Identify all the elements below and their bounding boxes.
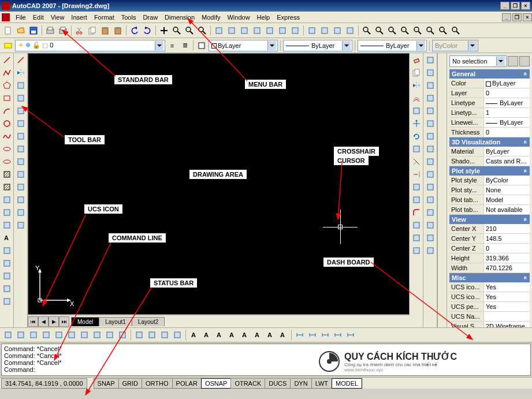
mod-mirror-button[interactable] [411, 80, 422, 91]
mod-generic-button[interactable] [411, 245, 422, 256]
mod2-generic-button[interactable] [425, 194, 436, 206]
command-line[interactable]: Command: *Cancel*Command: *Cancel*Comman… [1, 344, 531, 376]
menu-express[interactable]: Express [273, 13, 303, 22]
btm-text-button[interactable]: A [188, 329, 200, 341]
btm-dim-button[interactable] [307, 329, 318, 341]
draw-hatch-button[interactable] [1, 181, 13, 193]
lineweight-dropdown[interactable]: ByLayer [358, 40, 427, 51]
menu-help[interactable]: Help [254, 13, 274, 22]
status-dyn[interactable]: DYN [290, 378, 311, 389]
btm-text-button[interactable]: A [239, 329, 251, 341]
draw2-generic-button[interactable] [15, 130, 27, 142]
std-zoom-button[interactable] [412, 25, 423, 36]
status-ducs[interactable]: DUCS [265, 378, 291, 389]
props-row[interactable]: UCS ico...Yes [449, 292, 530, 302]
restore-button[interactable]: ❐ [511, 2, 520, 10]
mod2-generic-button[interactable] [425, 80, 436, 91]
std-undo-button[interactable] [129, 25, 140, 36]
draw2-generic-button[interactable] [15, 80, 27, 91]
status-otrack[interactable]: OTRACK [230, 378, 265, 389]
draw2-mirror-button[interactable] [15, 67, 27, 79]
status-snap[interactable]: SNAP [94, 378, 119, 389]
props-row[interactable]: Linetyp...1 [449, 108, 530, 118]
mod2-generic-button[interactable] [425, 156, 436, 167]
status-grid[interactable]: GRID [118, 378, 143, 389]
props-row[interactable]: Layer0 [449, 88, 530, 98]
draw-hatch-button[interactable] [1, 169, 13, 180]
mod-generic-button[interactable] [411, 194, 422, 206]
draw2-generic-button[interactable] [15, 207, 27, 218]
btm-generic-button[interactable] [133, 329, 145, 341]
status-osnap[interactable]: OSNAP [201, 378, 232, 389]
std-generic-button[interactable] [277, 25, 288, 36]
std-zoom-button[interactable] [361, 25, 373, 36]
std-copy-button[interactable] [87, 25, 98, 36]
std-zoom-button[interactable] [196, 25, 208, 36]
std-open-button[interactable] [15, 25, 27, 36]
mod-extend-button[interactable] [411, 169, 422, 180]
btm-generic-button[interactable] [66, 329, 77, 341]
props-row[interactable]: Plot sty...None [449, 185, 530, 195]
color-dropdown[interactable]: ByLayer [209, 40, 278, 51]
menu-modify[interactable]: Modify [198, 13, 224, 22]
props-row[interactable]: Center Y148.5 [449, 234, 530, 244]
props-row[interactable]: Visual S...2D Wireframe [449, 322, 530, 327]
props-section-misc[interactable]: Misc [449, 273, 530, 282]
mod-generic-button[interactable] [411, 219, 422, 231]
minimize-button[interactable]: _ [500, 2, 509, 10]
std-generic-button[interactable] [306, 25, 318, 36]
draw-ellipse-button[interactable] [1, 143, 13, 155]
draw-arc-button[interactable] [1, 105, 13, 117]
menu-draw[interactable]: Draw [139, 13, 161, 22]
btm-generic-button[interactable] [117, 329, 128, 341]
mod2-generic-button[interactable] [425, 54, 436, 66]
std-generic-button[interactable] [332, 25, 343, 36]
std-cut-button[interactable] [74, 25, 85, 36]
draw-pline-button[interactable] [1, 67, 13, 79]
mod2-generic-button[interactable] [425, 245, 436, 256]
layer-dropdown[interactable]: ☀ ❄ 🔓 ▢ 0 [15, 40, 165, 51]
std-generic-button[interactable] [264, 25, 276, 36]
btm-text-button[interactable]: A [201, 329, 213, 341]
btm-dim-button[interactable] [294, 329, 306, 341]
doc-restore-button[interactable]: ❐ [512, 13, 522, 21]
btm-generic-button[interactable] [28, 329, 39, 341]
draw-generic-button[interactable] [1, 245, 13, 256]
mod-generic-button[interactable] [411, 232, 422, 244]
drawing-area[interactable]: X Y STANDARD BAR MENU BAR TOOL BAR CROSS… [28, 53, 410, 315]
props-row[interactable]: Center Z0 [449, 244, 530, 253]
mod2-generic-button[interactable] [425, 118, 436, 129]
btm-text-button[interactable]: A [252, 329, 263, 341]
status-model[interactable]: MODEL [332, 378, 362, 389]
mod-generic-button[interactable] [411, 181, 422, 193]
mod2-generic-button[interactable] [425, 181, 436, 193]
props-row[interactable]: UCS Na... [449, 312, 530, 322]
mod-rotate-button[interactable] [411, 130, 422, 142]
draw2-generic-button[interactable] [15, 105, 27, 117]
status-ortho[interactable]: ORTHO [142, 378, 173, 389]
std-zoom-button[interactable] [425, 25, 436, 36]
props-section-general[interactable]: General [449, 69, 530, 79]
btm-dim-button[interactable] [345, 329, 356, 341]
draw2-generic-button[interactable] [15, 118, 27, 129]
menu-view[interactable]: View [47, 13, 68, 22]
draw-ellipse-button[interactable] [1, 156, 13, 167]
tab-nav-prev[interactable]: ◀ [38, 316, 49, 327]
std-plot-button[interactable] [57, 25, 69, 36]
props-row[interactable]: UCS ico...Yes [449, 282, 530, 292]
mod2-generic-button[interactable] [425, 169, 436, 180]
props-row[interactable]: Center X210 [449, 224, 530, 234]
props-row[interactable]: Plot styleByColor [449, 176, 530, 185]
draw-generic-button[interactable] [1, 296, 13, 307]
props-row[interactable]: Plot tab...Model [449, 195, 530, 205]
btm-generic-button[interactable] [2, 329, 14, 341]
props-row[interactable]: ColorByLayer [449, 79, 530, 88]
btm-generic-button[interactable] [159, 329, 170, 341]
selection-dropdown[interactable]: No selection [449, 55, 507, 67]
mod-generic-button[interactable] [411, 143, 422, 155]
btm-text-button[interactable]: A [265, 329, 276, 341]
btm-text-button[interactable]: A [226, 329, 238, 341]
draw-generic-button[interactable] [1, 283, 13, 294]
draw2-generic-button[interactable] [15, 169, 27, 180]
draw-generic-button[interactable] [1, 270, 13, 282]
